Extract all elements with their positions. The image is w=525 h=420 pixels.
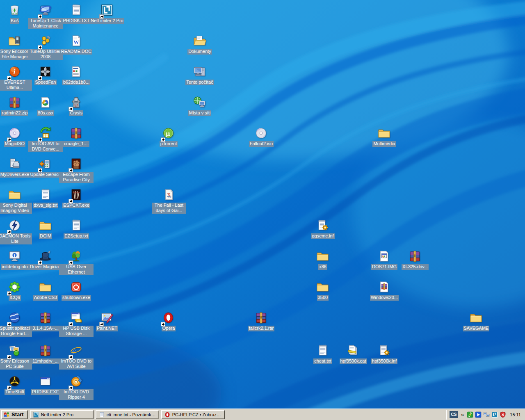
imtoo-convert-icon	[39, 126, 52, 140]
desktop-icon[interactable]: x86	[306, 249, 340, 270]
notepad-icon	[69, 3, 83, 17]
pcsuite-icon	[8, 344, 22, 358]
desktop-icon[interactable]: SpeedFan	[28, 65, 63, 85]
desktop-icon[interactable]: shutdown.exe	[59, 280, 94, 301]
desktop-icon-label: b62dda1b8...	[62, 80, 90, 85]
desktop-icon[interactable]: Sony Ericsson File Manager	[0, 34, 32, 60]
desktop-icon[interactable]: DCIM	[28, 219, 63, 239]
desktop-icon[interactable]: fallcrk2.1.rar	[244, 311, 278, 331]
taskbar-clock[interactable]: 15:11	[509, 412, 521, 417]
desktop-icon[interactable]: HP USB Disk Storage ...	[59, 311, 94, 337]
desktop-icon[interactable]: Update Service	[28, 157, 63, 178]
desktop-icon[interactable]: Adobe CS3	[28, 280, 63, 301]
language-indicator[interactable]: CS	[450, 411, 458, 418]
desktop[interactable]: KošSony Ericsson File ManageriEVEREST Ul…	[0, 0, 525, 409]
desktop-icon[interactable]: 80s.asx	[28, 96, 63, 116]
nfo-icon: i	[8, 249, 22, 263]
daemon-tools-tray-icon[interactable]	[467, 411, 473, 418]
desktop-icon[interactable]: Windows20...	[367, 280, 402, 301]
desktop-icon[interactable]: Dokumenty	[183, 34, 217, 55]
desktop-icon[interactable]: DAEMON Tools Lite	[0, 219, 32, 244]
desktop-icon[interactable]: hpf3500k.inf	[367, 344, 402, 364]
desktop-icon[interactable]: Sony Ericsson PC Suite	[0, 344, 32, 370]
desktop-icon[interactable]: EZSetup.txt	[59, 219, 94, 239]
desktop-icon[interactable]: XI-325-driv...	[398, 249, 432, 270]
desktop-icon[interactable]: The Fall - Last days of Gai...	[152, 188, 186, 214]
desktop-icon[interactable]: TuneUp Utilities 2008	[28, 34, 63, 60]
start-button[interactable]: Start	[1, 410, 28, 419]
desktop-icon-label: 11mhpdrv_...	[32, 358, 59, 364]
desktop-icon[interactable]: Sony Digital Imaging Video	[0, 188, 32, 214]
daemon-icon	[8, 219, 22, 233]
folder-icon	[377, 126, 391, 140]
desktop-icon-label: Crysis	[69, 110, 84, 116]
desktop-icon[interactable]: ICQ6	[0, 280, 32, 301]
desktop-icon[interactable]: DOS71.IMG	[367, 249, 402, 270]
desktop-icon[interactable]: eImTOO DVD to AVI Suite	[59, 344, 94, 370]
desktop-icon-label: hpf3500k.inf	[371, 358, 397, 364]
desktop-icon[interactable]: MyDrivers.exe	[0, 157, 32, 178]
desktop-icon[interactable]: iEVEREST Ultima...	[0, 65, 32, 91]
desktop-icon[interactable]: PHDISK.EXE	[28, 374, 63, 395]
desktop-icon[interactable]: Koš	[0, 3, 32, 24]
opera-icon	[164, 411, 171, 418]
desktop-icon[interactable]: ggsemc.inf	[306, 219, 340, 239]
desktop-icon[interactable]: dxva_sig.txt	[28, 188, 63, 208]
desktop-icon[interactable]: TuneUp 1-Click Maintenance	[28, 3, 63, 29]
desktop-icon[interactable]: ImTOO DVD Ripper 4	[59, 374, 94, 400]
desktop-icon[interactable]: 3500	[306, 280, 340, 301]
taskbar-button[interactable]: cti_mne.txt - Poznámkov...	[96, 410, 159, 419]
network-tray-icon[interactable]	[483, 411, 490, 418]
desktop-icon[interactable]: 3.1.4.15A--...	[28, 311, 63, 331]
rar-page-icon	[377, 280, 391, 294]
tray-overflow-chevron-icon[interactable]: «	[461, 412, 464, 417]
desktop-icon[interactable]: Crysis	[59, 96, 94, 116]
desktop-icon[interactable]: 11mhpdrv_...	[28, 344, 63, 364]
desktop-icon-label: Sony Digital Imaging Video	[0, 203, 32, 214]
desktop-icon[interactable]: b62dda1b8...	[59, 65, 94, 85]
desktop-icon[interactable]: WREADME.DOC	[59, 34, 94, 55]
desktop-icon-label: Spustit aplikaci Google Eart...	[0, 326, 32, 337]
desktop-icon[interactable]: µµTorrent	[151, 126, 186, 147]
shortcut-arrow-icon	[68, 259, 73, 264]
timeshift-icon	[8, 374, 22, 388]
desktop-icon[interactable]: Multimédia	[367, 126, 402, 147]
desktop-icon[interactable]: NetLimiter 2 Pro	[90, 3, 124, 24]
desktop-icon[interactable]: radmin22.zip	[0, 96, 32, 116]
desktop-icon[interactable]: Opera	[151, 311, 186, 331]
desktop-icon[interactable]: hpf3500k.cat	[336, 344, 370, 364]
taskbar-button[interactable]: NetLimiter 2 Pro	[30, 410, 94, 419]
desktop-icon[interactable]: USB Over Ethernet	[59, 249, 94, 275]
shortcut-arrow-icon	[99, 321, 104, 325]
desktop-icon[interactable]: Driver Magician	[28, 249, 63, 270]
security-shield-tray-icon[interactable]	[500, 411, 506, 418]
desktop-icon[interactable]: Místa v síti	[183, 96, 217, 116]
desktop-icon[interactable]: ESPCXT.exe	[59, 188, 94, 208]
desktop-icon-label: EZSetup.txt	[64, 233, 89, 239]
desktop-icon[interactable]: Tento počítač	[183, 65, 217, 85]
netlimiter-tray-icon[interactable]	[491, 411, 498, 418]
utorrent-icon: µ	[162, 126, 176, 140]
desktop-icon[interactable]: Fallout2.iso	[244, 126, 278, 147]
taskbar-button[interactable]: PC-HELP.CZ • Zobrazit t...	[161, 410, 225, 419]
shortcut-arrow-icon	[38, 13, 42, 18]
desktop-icon[interactable]: ImTOO AVI to DVD Conve...	[28, 126, 63, 152]
desktop-icon-label: Windows20...	[370, 295, 399, 301]
desktop-icon[interactable]: TimeShift	[0, 374, 32, 395]
desktop-icon[interactable]: PHDISK.TXT	[59, 3, 94, 24]
desktop-icon[interactable]: cheat.txt	[306, 344, 340, 364]
desktop-icon[interactable]: craagle_1....	[59, 126, 94, 147]
desktop-icon[interactable]: iinitdebug.nfo	[0, 249, 32, 270]
windows-start-flag-icon	[3, 411, 10, 418]
media-play-tray-icon[interactable]	[475, 411, 482, 418]
word-icon: W	[69, 34, 83, 48]
system-tray: CS « 15:11	[446, 410, 524, 420]
desktop-icon-label: 3.1.4.15A--...	[32, 326, 59, 331]
rar-icon	[69, 126, 83, 140]
desktop-icon[interactable]: Escape From Paradise City	[59, 157, 94, 183]
desktop-icon[interactable]: SAVEGAME	[459, 311, 493, 331]
usb-ethernet-icon	[69, 249, 83, 263]
desktop-icon[interactable]: Paint.NET	[90, 311, 124, 331]
desktop-icon[interactable]: Spustit aplikaci Google Eart...	[0, 311, 32, 337]
desktop-icon[interactable]: MagicISO	[0, 126, 32, 147]
